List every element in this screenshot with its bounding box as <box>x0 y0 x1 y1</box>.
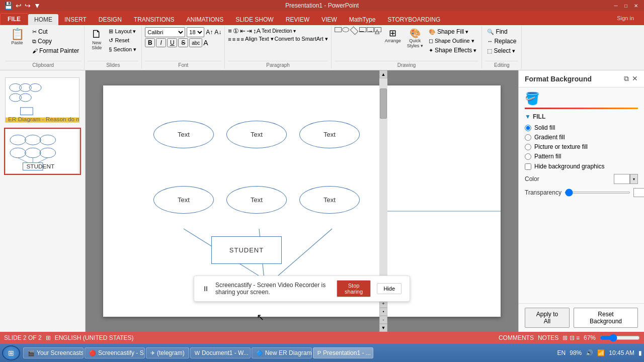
align-left-btn[interactable]: ≡ <box>228 36 231 42</box>
fill-section-header[interactable]: ▼ FILL <box>525 113 638 120</box>
bullets-btn[interactable]: ≡ <box>228 27 232 35</box>
taskbar-screencasts[interactable]: 🎬 Your Screencasts... <box>23 347 84 358</box>
taskbar-screencastify[interactable]: 🔴 Screencastify - S... <box>85 347 145 358</box>
italic-btn[interactable]: I <box>156 38 166 47</box>
close-btn[interactable]: ✕ <box>632 2 640 10</box>
tab-transitions[interactable]: TRANSITIONS <box>128 14 181 25</box>
gradient-fill-radio[interactable] <box>525 134 531 141</box>
tab-view[interactable]: VIEW <box>315 14 343 25</box>
select-button[interactable]: ⬚ Select ▾ <box>485 46 518 55</box>
color-swatch[interactable] <box>614 174 630 184</box>
hide-button[interactable]: Hide <box>377 283 401 294</box>
font-family-select[interactable]: Calibri <box>145 27 185 37</box>
panel-float-icon[interactable]: ⧉ <box>624 74 629 83</box>
layout-button[interactable]: ⊞ Layout ▾ <box>107 27 138 36</box>
zoom-mid-scroll[interactable]: • <box>379 308 387 316</box>
taskbar-word[interactable]: W Document1 - W... <box>190 347 251 358</box>
tab-storyboarding[interactable]: STORYBOARDING <box>381 14 446 25</box>
hide-graphics-option[interactable]: Hide background graphics <box>525 163 638 170</box>
solid-fill-radio[interactable] <box>525 125 531 131</box>
shape-effects-button[interactable]: ✦ Shape Effects ▾ <box>427 46 479 55</box>
hide-graphics-checkbox[interactable] <box>525 163 531 170</box>
arrow-shape[interactable]: → <box>367 27 374 32</box>
align-right-btn[interactable]: ≡ <box>236 36 239 42</box>
comments-btn[interactable]: COMMENTS <box>499 334 534 341</box>
copy-button[interactable]: ⧉ Copy <box>30 37 81 46</box>
align-center-btn[interactable]: ≡ <box>232 36 235 42</box>
network-icon[interactable]: 📶 <box>597 349 605 356</box>
ellipse-bot-1[interactable]: Text <box>153 186 214 214</box>
ellipse-top-3[interactable]: Text <box>299 121 360 148</box>
view-icons[interactable]: ⊞ ⊟ ≡ <box>562 334 580 341</box>
scroll-down-btn[interactable]: ▼ <box>379 324 387 332</box>
apply-to-all-button[interactable]: Apply to All <box>525 308 570 328</box>
volume-icon[interactable]: 🔊 <box>586 349 593 356</box>
replace-button[interactable]: ↔ Replace <box>485 37 518 46</box>
taskbar-powerpoint[interactable]: P Presentation1 - ... <box>313 347 373 358</box>
align-text-btn[interactable]: Align Text ▾ <box>245 36 274 42</box>
tab-file[interactable]: FILE <box>0 13 28 25</box>
hide-graphics-label[interactable]: Hide background graphics <box>534 163 604 170</box>
convert-smartart-btn[interactable]: Convert to SmartArt ▾ <box>275 36 328 42</box>
cut-button[interactable]: ✂ Cut <box>30 27 81 36</box>
solid-fill-label[interactable]: Solid fill <box>534 124 555 131</box>
new-slide-button[interactable]: 🗋 NewSlide <box>88 27 106 52</box>
taskbar-telegram[interactable]: ✈ (telegram) <box>146 347 189 358</box>
canvas-area[interactable]: ▲ + • - ▼ T <box>86 70 518 332</box>
tab-animations[interactable]: ANIMATIONS <box>180 14 229 25</box>
format-painter-button[interactable]: 🖌 Format Painter <box>30 46 81 55</box>
color-dropdown[interactable]: ▾ <box>630 174 638 184</box>
stop-sharing-button[interactable]: Stop sharing <box>337 280 371 297</box>
numbering-btn[interactable]: ① <box>233 27 239 35</box>
ellipse-bot-2[interactable]: Text <box>226 186 287 214</box>
transparency-value[interactable] <box>633 188 644 197</box>
tab-slideshow[interactable]: SLIDE SHOW <box>229 14 279 25</box>
slide-thumb-2[interactable]: 2 STUDENT <box>4 128 81 175</box>
zoom-out-scroll[interactable]: - <box>379 316 387 324</box>
shapes-palette[interactable]: ─ → △ <box>335 27 381 34</box>
window-controls[interactable]: ─ □ ✕ <box>612 2 640 10</box>
picture-fill-option[interactable]: Picture or texture fill <box>525 143 638 150</box>
pattern-fill-radio[interactable] <box>525 153 531 160</box>
tab-design[interactable]: DESIGN <box>93 14 128 25</box>
ellipse-top-2[interactable]: Text <box>226 121 287 148</box>
text-shadow-btn[interactable]: abc <box>189 38 202 47</box>
pattern-fill-option[interactable]: Pattern fill <box>525 153 638 160</box>
oval-shape[interactable] <box>342 27 349 32</box>
quick-styles-button[interactable]: 🎨 QuickStyles ▾ <box>405 27 426 50</box>
sign-in-link[interactable]: Sign in <box>611 13 640 23</box>
ellipse-bot-3[interactable]: Text <box>299 186 360 214</box>
arrange-button[interactable]: ⊞ Arrange <box>382 27 404 45</box>
text-direction-btn[interactable]: ↕A <box>253 27 261 35</box>
tab-review[interactable]: REVIEW <box>280 14 315 25</box>
scroll-track[interactable] <box>379 78 387 300</box>
line-shape[interactable]: ─ <box>359 27 366 32</box>
increase-font-btn[interactable]: A↑ <box>206 29 213 36</box>
maximize-btn[interactable]: □ <box>622 2 630 10</box>
triangle-shape[interactable]: △ <box>374 27 381 32</box>
transparency-slider[interactable] <box>565 192 630 194</box>
shape-outline-button[interactable]: ◻ Shape Outline ▾ <box>427 37 479 45</box>
minimize-btn[interactable]: ─ <box>612 2 620 10</box>
font-color-btn[interactable]: A <box>203 39 208 47</box>
reset-button[interactable]: ↺ Reset <box>107 36 138 45</box>
font-size-select[interactable]: 18 <box>187 27 204 37</box>
panel-close-icon[interactable]: ✕ <box>632 74 638 83</box>
section-button[interactable]: § Section ▾ <box>107 45 138 54</box>
bold-btn[interactable]: B <box>145 38 155 47</box>
show-desktop-btn[interactable]: ▮ <box>638 349 642 356</box>
slide-thumb-1[interactable]: 1 ER Diagram - Reason do not change <box>4 76 81 124</box>
notes-btn[interactable]: NOTES <box>538 334 558 341</box>
picture-fill-radio[interactable] <box>525 144 531 150</box>
gradient-fill-option[interactable]: Gradient fill <box>525 134 638 141</box>
tab-mathtype[interactable]: MathType <box>343 14 382 25</box>
start-button[interactable]: ⊞ <box>2 345 20 360</box>
student-rect[interactable]: STUDENT <box>211 236 282 264</box>
rect-shape[interactable] <box>335 27 342 32</box>
reset-background-button[interactable]: Reset Background <box>574 308 638 328</box>
tab-insert[interactable]: INSERT <box>58 14 93 25</box>
decrease-font-btn[interactable]: A↓ <box>214 29 221 36</box>
paste-button[interactable]: 📋 Paste <box>5 27 29 47</box>
color-picker[interactable]: ▾ <box>614 174 638 184</box>
scroll-thumb[interactable] <box>380 88 387 119</box>
